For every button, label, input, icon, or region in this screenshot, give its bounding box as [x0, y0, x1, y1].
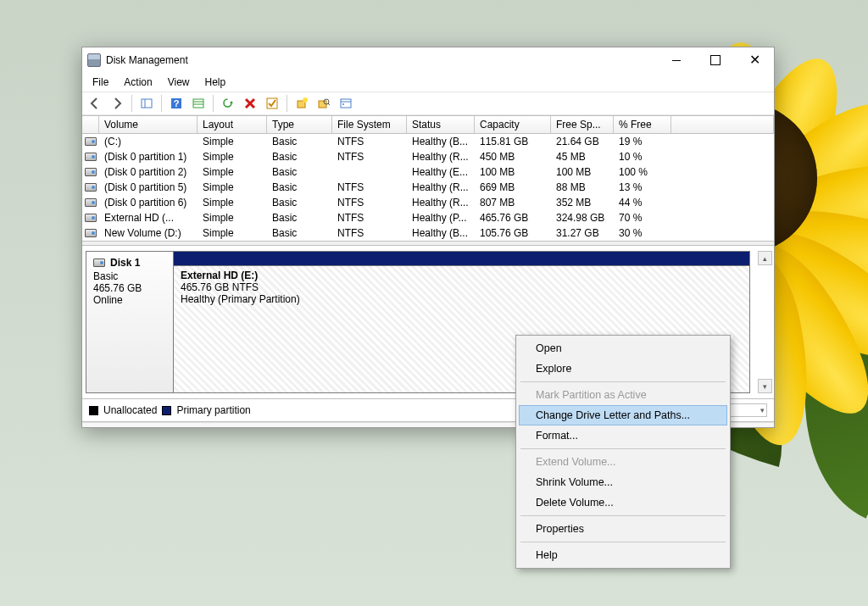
volume-free: 21.64 GB [551, 136, 614, 147]
partition-title: External HD (E:) [181, 270, 258, 281]
scroll-down-button[interactable]: ▾ [758, 379, 772, 393]
disk-label[interactable]: Disk 1 Basic 465.76 GB Online [86, 251, 174, 393]
toolbar: ? [82, 92, 774, 115]
forward-arrow-icon[interactable] [108, 94, 126, 113]
disk-icon [93, 259, 105, 267]
volume-pct: 10 % [614, 151, 671, 163]
volume-name: New Volume (D:) [99, 227, 198, 239]
ctx-explore[interactable]: Explore [519, 359, 727, 379]
menu-view[interactable]: View [161, 75, 197, 90]
refresh-icon[interactable] [219, 94, 237, 113]
volume-fs: NTFS [332, 197, 407, 208]
back-arrow-icon[interactable] [86, 94, 104, 113]
volume-capacity: 465.76 GB [475, 212, 551, 224]
ctx-shrink[interactable]: Shrink Volume... [519, 472, 727, 492]
volume-pct: 13 % [614, 181, 671, 193]
ctx-open[interactable]: Open [519, 338, 727, 359]
legend-swatch-primary [162, 406, 171, 415]
volume-row[interactable]: (Disk 0 partition 1)SimpleBasicNTFSHealt… [82, 149, 774, 164]
close-button[interactable]: ✕ [735, 47, 774, 73]
volume-row[interactable]: (C:)SimpleBasicNTFSHealthy (B...115.81 G… [82, 134, 774, 149]
volume-pct: 44 % [614, 197, 671, 208]
volume-capacity: 115.81 GB [475, 136, 551, 147]
legend-swatch-unallocated [89, 406, 98, 415]
find-icon[interactable] [314, 94, 333, 113]
ctx-change-letter[interactable]: Change Drive Letter and Paths... [519, 405, 727, 425]
volume-layout: Simple [198, 227, 267, 239]
delete-icon[interactable] [241, 94, 259, 113]
volume-row[interactable]: (Disk 0 partition 2)SimpleBasicHealthy (… [82, 164, 774, 180]
volume-name: (Disk 0 partition 2) [99, 166, 198, 178]
ctx-mark-active: Mark Partition as Active [519, 385, 727, 405]
properties-icon[interactable] [337, 94, 355, 113]
volume-layout: Simple [198, 151, 267, 163]
partition-color-cap [174, 252, 749, 266]
menu-file[interactable]: File [86, 75, 115, 90]
partition-context-menu: Open Explore Mark Partition as Active Ch… [515, 335, 731, 569]
volume-capacity: 807 MB [475, 197, 551, 208]
volume-fs: NTFS [332, 181, 407, 193]
panel-toggle-icon[interactable] [137, 94, 156, 113]
disk-type: Basic [93, 270, 166, 282]
col-status[interactable]: Status [407, 116, 475, 133]
scroll-up-button[interactable]: ▴ [758, 251, 772, 265]
volume-free: 88 MB [551, 181, 614, 193]
volume-type: Basic [267, 212, 332, 224]
volume-type: Basic [267, 166, 332, 178]
volume-name: (Disk 0 partition 6) [99, 197, 198, 208]
volume-icon [85, 183, 97, 192]
maximize-button[interactable] [696, 47, 735, 73]
titlebar[interactable]: Disk Management ✕ [82, 47, 774, 73]
col-filesystem[interactable]: File System [332, 116, 407, 133]
volume-icon [85, 153, 97, 161]
volume-capacity: 100 MB [475, 166, 551, 178]
col-percent[interactable]: % Free [614, 116, 671, 133]
svg-rect-4 [193, 99, 203, 108]
disk-size: 465.76 GB [93, 282, 166, 294]
ctx-delete[interactable]: Delete Volume... [519, 492, 727, 513]
help-icon[interactable]: ? [167, 94, 186, 113]
volume-status: Healthy (P... [407, 212, 475, 224]
svg-rect-13 [341, 99, 351, 108]
volume-type: Basic [267, 197, 332, 208]
col-volume[interactable]: Volume [99, 116, 198, 133]
ctx-properties[interactable]: Properties [519, 519, 727, 539]
volume-pct: 100 % [614, 166, 671, 178]
volume-list[interactable]: (C:)SimpleBasicNTFSHealthy (B...115.81 G… [82, 134, 774, 241]
col-freespace[interactable]: Free Sp... [551, 116, 614, 133]
volume-row[interactable]: External HD (...SimpleBasicNTFSHealthy (… [82, 210, 774, 225]
volume-row[interactable]: New Volume (D:)SimpleBasicNTFSHealthy (B… [82, 225, 774, 241]
menu-help[interactable]: Help [198, 75, 233, 90]
minimize-button[interactable] [657, 47, 696, 73]
col-layout[interactable]: Layout [198, 116, 267, 133]
volume-row[interactable]: (Disk 0 partition 5)SimpleBasicNTFSHealt… [82, 180, 774, 195]
volume-layout: Simple [198, 181, 267, 193]
check-icon[interactable] [263, 94, 281, 113]
window-title: Disk Management [106, 54, 657, 66]
volume-row[interactable]: (Disk 0 partition 6)SimpleBasicNTFSHealt… [82, 195, 774, 210]
volume-status: Healthy (R... [407, 151, 475, 163]
ctx-help[interactable]: Help [519, 545, 727, 565]
volume-status: Healthy (R... [407, 181, 475, 193]
volume-capacity: 105.76 GB [475, 227, 551, 239]
volume-status: Healthy (R... [407, 197, 475, 208]
volume-layout: Simple [198, 136, 267, 147]
volume-icon [85, 229, 97, 237]
app-icon [87, 53, 101, 67]
partition-status: Healthy (Primary Partition) [181, 293, 300, 305]
volume-pct: 30 % [614, 227, 671, 239]
volume-type: Basic [267, 151, 332, 163]
menu-action[interactable]: Action [117, 75, 159, 90]
volume-status: Healthy (B... [407, 136, 475, 147]
volume-pct: 70 % [614, 212, 671, 224]
legend-primary: Primary partition [176, 404, 250, 416]
volume-fs: NTFS [332, 227, 407, 239]
volume-pct: 19 % [614, 136, 671, 147]
ctx-format[interactable]: Format... [519, 425, 727, 446]
col-type[interactable]: Type [267, 116, 332, 133]
list-view-icon[interactable] [189, 94, 208, 113]
col-capacity[interactable]: Capacity [475, 116, 551, 133]
volume-free: 324.98 GB [551, 212, 614, 224]
new-icon[interactable] [292, 94, 311, 113]
volume-free: 352 MB [551, 197, 614, 208]
